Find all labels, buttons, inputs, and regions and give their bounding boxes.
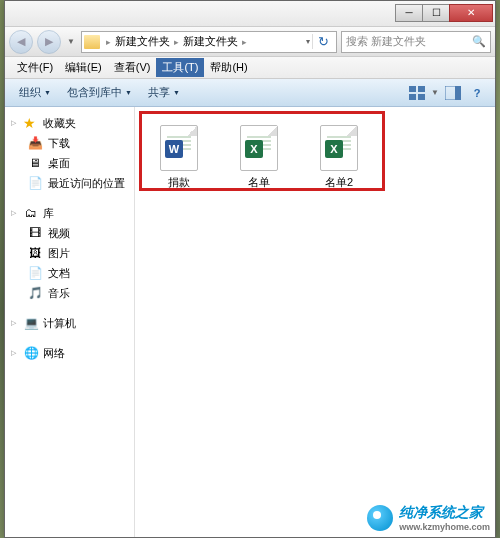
minimize-button[interactable]: ─ xyxy=(395,4,423,22)
libraries-header[interactable]: ▷ 🗂 库 xyxy=(5,203,134,223)
sidebar-item-recent[interactable]: 📄最近访问的位置 xyxy=(5,173,134,193)
svg-rect-3 xyxy=(418,94,425,100)
sidebar-item-desktop[interactable]: 🖥桌面 xyxy=(5,153,134,173)
libraries-label: 库 xyxy=(43,206,54,221)
watermark-brand: 纯净系统之家 xyxy=(399,504,483,520)
search-input[interactable]: 搜索 新建文件夹 🔍 xyxy=(341,31,491,53)
network-label: 网络 xyxy=(43,346,65,361)
file-item[interactable]: X 名单 xyxy=(229,125,289,190)
crumb-sep-icon: ▸ xyxy=(172,37,181,47)
watermark-url: www.kzmyhome.com xyxy=(399,522,490,532)
crumb-sep-icon: ▸ xyxy=(104,37,113,47)
sidebar-item-pictures[interactable]: 🖼图片 xyxy=(5,243,134,263)
menu-tools[interactable]: 工具(T) xyxy=(156,58,204,77)
excel-doc-icon: X xyxy=(320,125,358,171)
download-icon: 📥 xyxy=(27,135,43,151)
titlebar: ─ ☐ ✕ xyxy=(5,1,495,27)
address-bar[interactable]: ▸ 新建文件夹 ▸ 新建文件夹 ▸ ▾ ↻ xyxy=(81,31,337,53)
computer-header[interactable]: ▷ 💻 计算机 xyxy=(5,313,134,333)
maximize-button[interactable]: ☐ xyxy=(422,4,450,22)
sidebar-item-documents[interactable]: 📄文档 xyxy=(5,263,134,283)
word-badge-icon: W xyxy=(165,140,183,158)
file-label: 名单2 xyxy=(325,175,353,190)
recent-icon: 📄 xyxy=(27,175,43,191)
refresh-button[interactable]: ↻ xyxy=(312,34,334,49)
preview-pane-button[interactable] xyxy=(444,84,462,102)
picture-icon: 🖼 xyxy=(27,245,43,261)
help-button[interactable]: ? xyxy=(468,84,486,102)
organize-button[interactable]: 组织▼ xyxy=(11,83,59,102)
music-icon: 🎵 xyxy=(27,285,43,301)
video-icon: 🎞 xyxy=(27,225,43,241)
menu-help[interactable]: 帮助(H) xyxy=(204,58,253,77)
excel-doc-icon: X xyxy=(240,125,278,171)
desktop-icon: 🖥 xyxy=(27,155,43,171)
file-item[interactable]: X 名单2 xyxy=(309,125,369,190)
network-header[interactable]: ▷ 🌐 网络 xyxy=(5,343,134,363)
star-icon: ★ xyxy=(23,115,39,131)
menu-edit[interactable]: 编辑(E) xyxy=(59,58,108,77)
file-grid: W 捐款 X 名单 X 名单2 xyxy=(145,117,485,198)
crumb-sep-icon: ▸ xyxy=(240,37,249,47)
nav-bar: ◀ ▶ ▼ ▸ 新建文件夹 ▸ 新建文件夹 ▸ ▾ ↻ 搜索 新建文件夹 🔍 xyxy=(5,27,495,57)
sidebar-item-music[interactable]: 🎵音乐 xyxy=(5,283,134,303)
network-group: ▷ 🌐 网络 xyxy=(5,343,134,363)
view-dropdown[interactable]: ▼ xyxy=(429,88,441,97)
computer-group: ▷ 💻 计算机 xyxy=(5,313,134,333)
document-icon: 📄 xyxy=(27,265,43,281)
file-label: 捐款 xyxy=(168,175,190,190)
sidebar-item-downloads[interactable]: 📥下载 xyxy=(5,133,134,153)
close-button[interactable]: ✕ xyxy=(449,4,493,22)
library-icon: 🗂 xyxy=(23,205,39,221)
excel-badge-icon: X xyxy=(325,140,343,158)
watermark: 纯净系统之家 www.kzmyhome.com xyxy=(367,504,490,532)
forward-button[interactable]: ▶ xyxy=(37,30,61,54)
word-doc-icon: W xyxy=(160,125,198,171)
favorites-label: 收藏夹 xyxy=(43,116,76,131)
window-controls: ─ ☐ ✕ xyxy=(396,4,493,24)
explorer-body: ▷ ★ 收藏夹 📥下载 🖥桌面 📄最近访问的位置 ▷ 🗂 库 🎞视频 🖼图片 📄… xyxy=(5,107,495,537)
watermark-logo-icon xyxy=(367,505,393,531)
libraries-group: ▷ 🗂 库 🎞视频 🖼图片 📄文档 🎵音乐 xyxy=(5,203,134,303)
command-bar: 组织▼ 包含到库中▼ 共享▼ ▼ ? xyxy=(5,79,495,107)
menu-view[interactable]: 查看(V) xyxy=(108,58,157,77)
folder-icon xyxy=(84,35,100,49)
address-dropdown[interactable]: ▾ xyxy=(304,37,312,46)
favorites-header[interactable]: ▷ ★ 收藏夹 xyxy=(5,113,134,133)
svg-rect-2 xyxy=(409,94,416,100)
svg-rect-1 xyxy=(418,86,425,92)
breadcrumb-seg1[interactable]: 新建文件夹 xyxy=(113,34,172,49)
network-icon: 🌐 xyxy=(23,345,39,361)
svg-rect-5 xyxy=(455,86,461,100)
nav-history-dropdown[interactable]: ▼ xyxy=(65,37,77,46)
sidebar-item-videos[interactable]: 🎞视频 xyxy=(5,223,134,243)
computer-icon: 💻 xyxy=(23,315,39,331)
search-placeholder: 搜索 新建文件夹 xyxy=(346,34,426,49)
breadcrumb-seg2[interactable]: 新建文件夹 xyxy=(181,34,240,49)
computer-label: 计算机 xyxy=(43,316,76,331)
view-options-button[interactable] xyxy=(408,84,426,102)
share-button[interactable]: 共享▼ xyxy=(140,83,188,102)
menu-bar: 文件(F) 编辑(E) 查看(V) 工具(T) 帮助(H) xyxy=(5,57,495,79)
svg-rect-0 xyxy=(409,86,416,92)
search-icon: 🔍 xyxy=(472,35,486,48)
favorites-group: ▷ ★ 收藏夹 📥下载 🖥桌面 📄最近访问的位置 xyxy=(5,113,134,193)
back-button[interactable]: ◀ xyxy=(9,30,33,54)
menu-file[interactable]: 文件(F) xyxy=(11,58,59,77)
file-list-pane: W 捐款 X 名单 X 名单2 xyxy=(135,107,495,537)
explorer-window: ─ ☐ ✕ ◀ ▶ ▼ ▸ 新建文件夹 ▸ 新建文件夹 ▸ ▾ ↻ 搜索 新建文… xyxy=(4,0,496,538)
navigation-pane: ▷ ★ 收藏夹 📥下载 🖥桌面 📄最近访问的位置 ▷ 🗂 库 🎞视频 🖼图片 📄… xyxy=(5,107,135,537)
file-item[interactable]: W 捐款 xyxy=(149,125,209,190)
excel-badge-icon: X xyxy=(245,140,263,158)
include-button[interactable]: 包含到库中▼ xyxy=(59,83,140,102)
file-label: 名单 xyxy=(248,175,270,190)
